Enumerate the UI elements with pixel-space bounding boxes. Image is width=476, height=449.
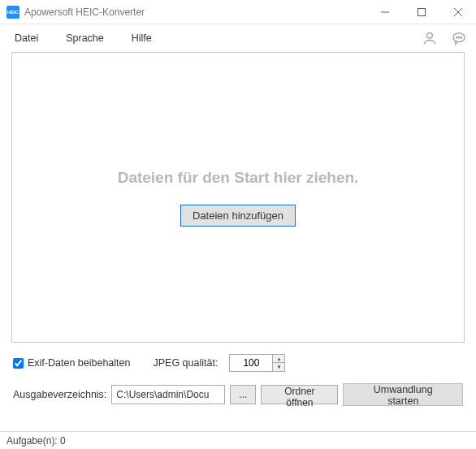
drop-zone[interactable]: Dateien für den Start hier ziehen. Datei… (11, 52, 465, 343)
quality-spinner: ▲ ▼ (272, 355, 284, 371)
task-count: Aufgabe(n): 0 (6, 435, 66, 447)
menu-language[interactable]: Sprache (58, 29, 112, 47)
output-path-input[interactable] (111, 385, 225, 404)
browse-button[interactable]: ... (230, 385, 256, 404)
keep-exif-label: Exif-Daten beibehalten (28, 357, 130, 369)
menu-file[interactable]: Datei (6, 29, 46, 47)
add-files-button[interactable]: Dateien hinzufügen (180, 205, 296, 227)
menu-help[interactable]: Hilfe (123, 29, 160, 47)
output-row: Ausgabeverzeichnis: ... Ordner öffnen Um… (0, 378, 476, 416)
keep-exif-checkbox-wrap[interactable]: Exif-Daten beibehalten (13, 357, 130, 369)
output-dir-label: Ausgabeverzeichnis: (13, 389, 106, 400)
svg-point-7 (458, 37, 459, 38)
window-title: Apowersoft HEIC-Konverter (24, 6, 366, 18)
svg-point-4 (427, 32, 433, 38)
titlebar: HEIC Apowersoft HEIC-Konverter (0, 0, 476, 24)
drop-hint: Dateien für den Start hier ziehen. (118, 169, 359, 187)
status-bar: Aufgabe(n): 0 (0, 431, 476, 449)
app-icon: HEIC (6, 6, 19, 19)
start-convert-button[interactable]: Umwandlung starten (343, 383, 463, 406)
close-button[interactable] (439, 0, 476, 24)
quality-input-wrap: ▲ ▼ (229, 354, 285, 372)
options-row: Exif-Daten beibehalten JPEG qualität: ▲ … (0, 343, 476, 378)
feedback-icon[interactable] (448, 28, 470, 49)
menubar: Datei Sprache Hilfe (0, 24, 476, 52)
quality-down-button[interactable]: ▼ (273, 363, 284, 371)
keep-exif-checkbox[interactable] (13, 358, 24, 369)
quality-input[interactable] (230, 357, 272, 369)
quality-up-button[interactable]: ▲ (273, 355, 284, 363)
svg-point-8 (461, 37, 461, 38)
account-icon[interactable] (419, 28, 440, 49)
open-folder-button[interactable]: Ordner öffnen (261, 385, 338, 404)
maximize-button[interactable] (403, 0, 439, 24)
minimize-button[interactable] (366, 0, 403, 24)
svg-point-6 (456, 37, 457, 38)
window-controls (366, 0, 476, 24)
quality-label: JPEG qualität: (153, 357, 218, 369)
svg-rect-1 (418, 8, 425, 15)
